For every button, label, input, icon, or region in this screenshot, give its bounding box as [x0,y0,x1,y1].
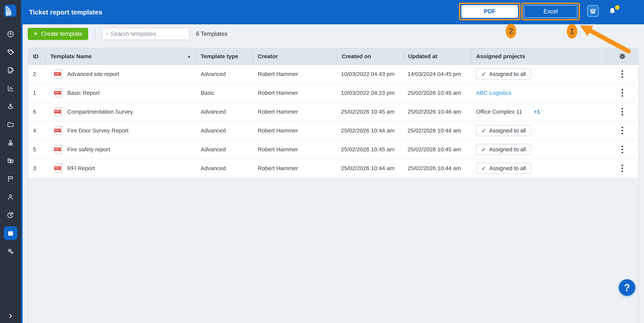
sidebar-item-tickets[interactable] [4,64,17,77]
table-row[interactable]: 2 PDF Advanced site report Advanced Robe… [28,65,638,84]
cell-name: PDF Compartmentation Survey [46,107,196,116]
sidebar-item-users[interactable] [4,190,17,204]
assigned-to-all-pill[interactable]: ✓Assigned to all [476,144,531,155]
cell-created: 25/02/2026 10:45 am [337,108,403,115]
document-edit-icon [7,66,14,74]
column-header-created[interactable]: Created on [337,48,403,64]
cell-name: PDF Fire Door Survey Report [46,126,196,135]
sidebar-item-statistics[interactable] [4,208,17,222]
column-settings-button[interactable] [606,48,638,64]
pdf-file-icon: PDF [55,88,62,98]
annotation-frame-pdf: PDF [459,3,520,20]
cell-id: 4 [28,128,46,134]
folder-icon [7,121,14,128]
pdf-export-button[interactable]: PDF [462,5,518,18]
cell-updated: 25/02/2026 10:46 am [403,108,471,115]
pdf-file-icon: PDF [55,107,62,116]
pdf-file-icon: PDF [55,126,62,135]
cell-created: 25/02/2026 10:44 am [337,128,403,134]
dashboard-gauge-icon [7,30,14,38]
cell-actions [606,125,638,136]
cell-updated: 25/02/2026 10:45 am [403,90,471,96]
kebab-menu-icon[interactable] [618,125,626,136]
pdf-file-icon: PDF [55,70,62,78]
app-logo[interactable] [4,5,16,17]
sidebar-expand-button[interactable] [0,313,21,319]
sidebar-item-settings[interactable] [4,244,17,258]
column-header-type[interactable]: Template type [196,48,253,64]
cell-assigned: ✓Assigned to all [471,68,606,80]
table-header-row: ID Template Name ▲ Template type Creator… [28,48,638,65]
column-header-creator[interactable]: Creator [253,48,337,64]
site-marker-icon [7,103,14,110]
assigned-to-all-pill[interactable]: ✓Assigned to all [476,125,531,136]
column-header-updated[interactable]: Updated at [403,48,471,64]
sidebar-item-sites[interactable] [4,100,17,113]
sort-ascending-icon[interactable]: ▲ [187,54,191,58]
pie-chart-icon [7,211,14,219]
search-icon [106,31,108,37]
search-box [102,28,190,40]
sidebar-item-templates-active[interactable] [4,226,17,240]
apps-butterfly-icon [589,7,597,15]
search-input[interactable] [110,30,186,37]
cell-id: 2 [28,71,46,77]
sidebar-item-flags[interactable] [4,172,17,186]
assigned-to-all-pill[interactable]: ✓Assigned to all [476,163,531,174]
help-button[interactable]: ? [619,279,635,296]
assigned-more-link[interactable]: +1 [534,108,540,115]
cell-updated: 25/02/2026 10:45 am [403,146,471,153]
gear-icon [618,52,626,60]
kebab-menu-icon[interactable] [618,106,626,118]
sidebar-item-organisations[interactable] [4,154,17,168]
toolbar: + Create template 6 Templates [28,28,228,40]
assigned-to-all-pill[interactable]: ✓Assigned to all [476,68,531,80]
table-row[interactable]: 6 PDF Compartmentation Survey Advanced R… [28,102,638,121]
create-template-button[interactable]: + Create template [28,28,88,40]
table-row[interactable]: 4 PDF Fire Door Survey Report Advanced R… [28,121,638,140]
stamp-icon [7,139,14,146]
kebab-menu-icon[interactable] [618,87,626,98]
assigned-project-name: Office Complex 11 [476,108,522,115]
table-row[interactable]: 5 PDF Fire safety report Advanced Robert… [28,140,638,159]
sidebar-nav [0,27,21,258]
sidebar [0,0,21,323]
table-row[interactable]: 3 PDF RFI Report Advanced Robert Hammer … [28,159,638,178]
annotation-frame-excel: Excel [521,3,580,20]
cell-id: 1 [28,90,46,96]
apps-switcher-button[interactable] [587,5,599,17]
cell-assigned: ✓Assigned to all [471,125,606,136]
templates-table: ID Template Name ▲ Template type Creator… [28,48,639,323]
kebab-menu-icon[interactable] [618,144,626,155]
sidebar-item-projects[interactable] [4,118,17,131]
notifications-button[interactable] [608,6,619,18]
column-header-id[interactable]: ID [28,48,46,64]
cell-type: Advanced [196,165,253,172]
toolbar-divider [95,29,95,39]
sidebar-item-stamps[interactable] [4,136,17,150]
sidebar-item-dashboard[interactable] [4,27,17,41]
cell-creator: Robert Hammer [253,90,337,96]
kebab-menu-icon[interactable] [618,163,626,174]
cell-creator: Robert Hammer [253,71,337,77]
kebab-menu-icon[interactable] [618,68,626,80]
column-header-name[interactable]: Template Name ▲ [46,48,196,64]
annotation-step-badge-2: 2 [506,24,516,38]
check-icon: ✓ [482,71,486,78]
plus-icon: + [33,30,38,38]
cell-type: Advanced [196,108,253,115]
table-row[interactable]: 1 PDF Basic Report Basic Robert Hammer 1… [28,84,638,102]
template-name: Basic Report [67,90,100,96]
template-name: Fire safety report [67,146,110,153]
column-header-assigned[interactable]: Assigned projects [471,48,606,64]
cell-name: PDF Advanced site report [46,70,196,78]
pdf-file-icon: PDF [55,164,62,173]
assigned-project-link[interactable]: ABC Logistics [476,90,511,96]
cell-actions [606,163,638,174]
sidebar-item-tags[interactable] [4,46,17,59]
bar-chart-icon [7,84,14,92]
cell-updated: 25/02/2026 10:44 am [403,128,471,134]
excel-export-button[interactable]: Excel [524,5,578,18]
cell-type: Advanced [196,128,253,134]
sidebar-item-reports[interactable] [4,82,17,95]
